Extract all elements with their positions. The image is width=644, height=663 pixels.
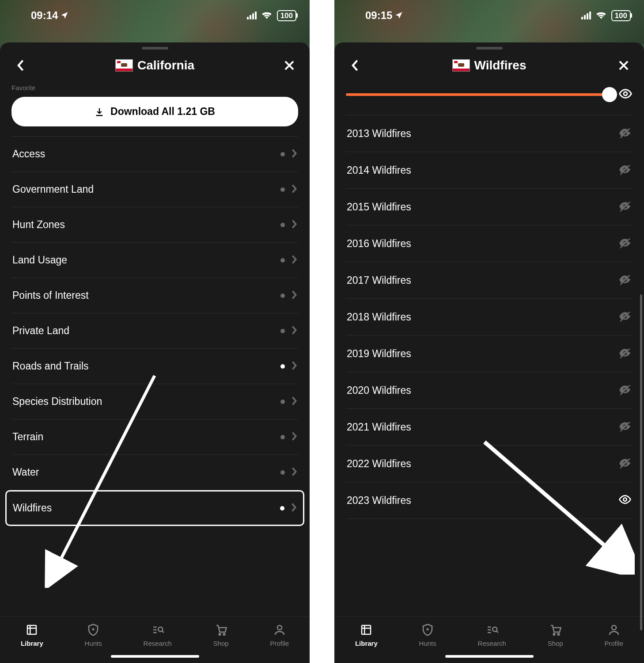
chevron-right-icon xyxy=(291,503,297,514)
category-label: Access xyxy=(12,148,45,160)
shield-icon xyxy=(420,623,435,637)
sheet-header: California xyxy=(0,52,310,82)
library-icon xyxy=(25,623,39,637)
tab-research[interactable]: Research xyxy=(478,623,506,647)
bottom-sheet: Wildfires 2013 Wildfires 2014 Wildfires … xyxy=(334,42,644,663)
screenshot-right: 09:15 100 Wildfires xyxy=(334,0,644,663)
category-row-roads-and-trails[interactable]: Roads and Trails xyxy=(11,349,298,384)
download-all-button[interactable]: Download All 1.21 GB xyxy=(11,97,298,126)
tab-profile[interactable]: Profile xyxy=(270,623,289,647)
year-row-2016-wildfires[interactable]: 2016 Wildfires xyxy=(346,225,633,262)
category-row-species-distribution[interactable]: Species Distribution xyxy=(11,384,298,419)
cart-icon xyxy=(548,623,562,637)
chevron-right-icon xyxy=(291,325,297,337)
eye-off-icon[interactable] xyxy=(618,346,632,361)
eye-off-icon[interactable] xyxy=(618,273,632,288)
year-row-2021-wildfires[interactable]: 2021 Wildfires xyxy=(346,409,633,446)
status-dot xyxy=(280,223,285,227)
eye-off-icon[interactable] xyxy=(618,383,632,398)
close-button[interactable] xyxy=(280,57,298,74)
download-label: Download All 1.21 GB xyxy=(110,106,215,118)
category-label: Land Usage xyxy=(12,254,67,266)
year-label: 2020 Wildfires xyxy=(347,385,411,396)
svg-point-12 xyxy=(612,625,616,630)
tab-hunts[interactable]: Hunts xyxy=(419,623,436,647)
tab-label: Library xyxy=(21,640,43,647)
svg-point-10 xyxy=(553,633,555,635)
category-row-government-land[interactable]: Government Land xyxy=(11,172,298,207)
wifi-icon xyxy=(595,9,607,22)
year-label: 2014 Wildfires xyxy=(347,164,411,176)
tab-hunts[interactable]: Hunts xyxy=(85,623,102,647)
tab-label: Shop xyxy=(213,640,229,647)
year-row-2020-wildfires[interactable]: 2020 Wildfires xyxy=(346,372,633,409)
tab-label: Profile xyxy=(270,640,289,647)
opacity-slider[interactable] xyxy=(346,93,610,96)
category-row-hunt-zones[interactable]: Hunt Zones xyxy=(11,207,298,243)
chevron-right-icon xyxy=(291,255,297,266)
eye-off-icon[interactable] xyxy=(618,199,632,214)
category-row-land-usage[interactable]: Land Usage xyxy=(11,243,298,278)
tab-library[interactable]: Library xyxy=(355,623,378,647)
home-indicator[interactable] xyxy=(111,655,199,658)
year-row-2022-wildfires[interactable]: 2022 Wildfires xyxy=(346,446,633,482)
person-icon xyxy=(273,623,287,637)
year-row-2023-wildfires[interactable]: 2023 Wildfires xyxy=(346,482,633,519)
category-label: Species Distribution xyxy=(12,396,102,408)
cellular-signal-icon xyxy=(581,11,591,19)
category-row-private-land[interactable]: Private Land xyxy=(11,313,298,349)
slider-thumb[interactable] xyxy=(602,87,617,102)
back-button[interactable] xyxy=(11,57,29,74)
tab-label: Profile xyxy=(605,640,624,647)
screenshot-left: 09:14 100 California xyxy=(0,0,310,663)
year-row-2017-wildfires[interactable]: 2017 Wildfires xyxy=(346,262,633,299)
close-button[interactable] xyxy=(615,57,633,74)
year-label: 2015 Wildfires xyxy=(347,201,411,213)
eye-off-icon[interactable] xyxy=(618,309,632,324)
year-label: 2018 Wildfires xyxy=(347,311,411,323)
eye-off-icon[interactable] xyxy=(618,456,632,471)
eye-off-icon[interactable] xyxy=(618,163,632,178)
category-row-terrain[interactable]: Terrain xyxy=(11,419,298,455)
battery-indicator: 100 xyxy=(277,10,296,21)
visibility-master-toggle[interactable] xyxy=(618,87,633,103)
category-row-points-of-interest[interactable]: Points of Interest xyxy=(11,278,298,313)
category-label: Points of Interest xyxy=(12,290,89,301)
year-row-2015-wildfires[interactable]: 2015 Wildfires xyxy=(346,189,633,225)
eye-off-icon[interactable] xyxy=(618,419,632,434)
scroll-indicator xyxy=(640,294,642,630)
year-row-2019-wildfires[interactable]: 2019 Wildfires xyxy=(346,335,633,372)
year-row-2018-wildfires[interactable]: 2018 Wildfires xyxy=(346,299,633,335)
tab-shop[interactable]: Shop xyxy=(548,623,563,647)
chevron-right-icon xyxy=(291,431,297,443)
content-scroll[interactable]: 2013 Wildfires 2014 Wildfires 2015 Wildf… xyxy=(334,82,644,616)
tab-library[interactable]: Library xyxy=(21,623,43,647)
status-dot xyxy=(280,400,285,404)
status-dot xyxy=(280,258,285,263)
cellular-signal-icon xyxy=(247,11,257,19)
sheet-grabber[interactable] xyxy=(142,47,168,50)
home-indicator[interactable] xyxy=(445,655,534,658)
eye-off-icon[interactable] xyxy=(618,236,632,251)
year-label: 2022 Wildfires xyxy=(347,458,411,470)
search-icon xyxy=(485,623,499,637)
status-dot xyxy=(280,293,285,298)
year-row-2014-wildfires[interactable]: 2014 Wildfires xyxy=(346,152,633,189)
status-dot xyxy=(280,364,285,369)
category-row-wildfires[interactable]: Wildfires xyxy=(5,490,304,526)
tab-research[interactable]: Research xyxy=(144,623,172,647)
eye-icon[interactable] xyxy=(618,493,632,508)
content-scroll[interactable]: Favorite Download All 1.21 GB Access Gov… xyxy=(0,82,310,616)
category-row-water[interactable]: Water xyxy=(11,455,298,490)
category-label: Private Land xyxy=(12,325,69,337)
year-row-2013-wildfires[interactable]: 2013 Wildfires xyxy=(346,115,633,152)
tab-profile[interactable]: Profile xyxy=(605,623,624,647)
tab-shop[interactable]: Shop xyxy=(213,623,229,647)
category-label: Terrain xyxy=(12,431,43,443)
tab-label: Shop xyxy=(548,640,563,647)
eye-off-icon[interactable] xyxy=(618,126,632,141)
back-button[interactable] xyxy=(346,57,364,74)
year-label: 2023 Wildfires xyxy=(347,495,411,507)
category-row-access[interactable]: Access xyxy=(11,136,298,172)
sheet-grabber[interactable] xyxy=(476,47,503,50)
